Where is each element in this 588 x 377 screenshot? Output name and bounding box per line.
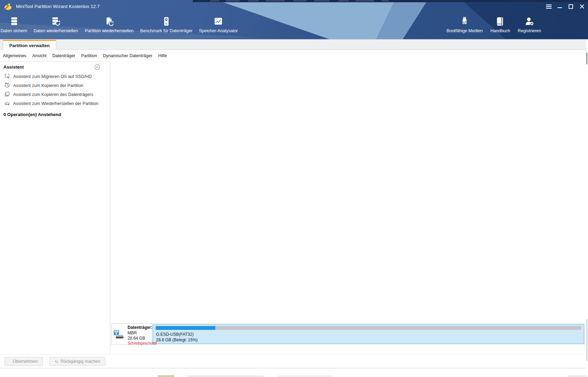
toolbar-space-analyzer-button[interactable]: Speicher-Analysator <box>199 16 238 33</box>
menu-datentraeger[interactable]: Datenträger <box>52 53 75 58</box>
window-menu-icon[interactable] <box>545 3 552 10</box>
tab-label: Partition verwalten <box>9 43 50 48</box>
toolbar-restore-data-button[interactable]: Daten wiederherstellen <box>34 16 78 33</box>
app-logo-icon <box>3 2 12 12</box>
database-backup-icon <box>9 16 19 27</box>
wizard-copy-partition[interactable]: Assistent zum Kopieren der Partition <box>4 82 83 89</box>
toolbar-label: Benchmark für Datenträger <box>140 28 193 33</box>
apply-button[interactable]: Übernehmen <box>5 357 43 366</box>
toolbar-label: Partition wiederherstellen <box>85 28 133 33</box>
partition-usage: 28.6 GB (Belegt: 15%) <box>156 337 198 342</box>
toolbar-label: Speicher-Analysator <box>199 28 238 33</box>
menu-ansicht[interactable]: Ansicht <box>32 53 46 58</box>
data-restore-icon <box>51 16 61 27</box>
usage-bar-track <box>156 326 581 330</box>
window-title: MiniTool Partition Wizard Kostenlos 12.7 <box>16 4 100 9</box>
usage-bar-fill <box>156 326 215 330</box>
disk-name: Datenträger:5 <box>128 325 155 330</box>
wizard-copy-disk[interactable]: Assistent zum Kopieren des Datenträgers <box>4 91 93 98</box>
toolbar-backup-data-button[interactable]: Daten sichern <box>0 16 27 33</box>
collapse-section-icon[interactable] <box>94 64 100 71</box>
menu-bar: Allgemeines Ansicht Datenträger Partitio… <box>0 50 588 61</box>
toolbar-disk-benchmark-button[interactable]: Benchmark für Datenträger <box>140 16 193 33</box>
toolbar-label: Daten sichern <box>0 28 27 33</box>
divider <box>0 354 588 354</box>
partition-block[interactable]: G:ESD-USB(FAT32) 28.6 GB (Belegt: 15%) <box>153 324 584 344</box>
undo-button-label: Rückgängig machen <box>61 359 100 364</box>
toolbar-label: Bootfähige Medien <box>447 28 483 33</box>
toolbar-bootable-media-button[interactable]: Bootfähige Medien <box>447 16 483 33</box>
menu-hilfe[interactable]: Hilfe <box>158 53 167 58</box>
maximize-icon[interactable] <box>568 3 574 10</box>
manual-book-icon <box>495 16 505 27</box>
tab-bar: Partition verwalten <box>0 40 588 50</box>
register-user-icon <box>524 16 535 27</box>
bootable-media-icon <box>459 16 470 27</box>
toolbar-manual-button[interactable]: Handbuch <box>491 16 510 33</box>
disk-map-row: Datenträger:5 MBR 28.64 GB Schreibgeschü… <box>111 323 585 345</box>
toolbar-register-button[interactable]: Registrieren <box>518 16 541 33</box>
close-icon[interactable] <box>579 3 585 10</box>
menu-dynamischer-datentraeger[interactable]: Dynamischer Datenträger <box>103 53 152 58</box>
wizard-label: Assistent zum Wiederherstellen der Parti… <box>13 101 98 106</box>
disk-size: 28.64 GB <box>128 336 145 341</box>
wizard-label: Assistent zum Migrieren OS auf SSD/HD <box>13 74 92 79</box>
copy-partition-icon <box>4 82 10 89</box>
migrate-os-icon <box>4 73 10 80</box>
undo-button[interactable]: Rückgängig machen <box>49 357 105 366</box>
background-window-fragment <box>587 319 587 361</box>
partition-restore-icon <box>104 16 114 27</box>
wizard-label: Assistent zum Kopieren des Datenträgers <box>13 92 93 97</box>
toolbar-label: Handbuch <box>491 28 510 33</box>
toolbar-label: Daten wiederherstellen <box>34 28 78 33</box>
wizard-restore-partition[interactable]: Assistent zum Wiederherstellen der Parti… <box>4 100 98 107</box>
app-window: MiniTool Partition Wizard Kostenlos 12.7 <box>0 0 588 377</box>
disk-benchmark-icon <box>161 16 172 27</box>
header: MiniTool Partition Wizard Kostenlos 12.7 <box>0 0 588 40</box>
action-panel: Assistent Assistent zum Migrieren OS auf… <box>0 61 110 354</box>
assistant-section-title: Assistent <box>3 64 24 70</box>
toolbar-label: Registrieren <box>518 28 541 33</box>
toolbar-restore-partition-button[interactable]: Partition wiederherstellen <box>85 16 133 33</box>
pending-operations-status: 0 Operation(en) Anstehend <box>3 112 61 117</box>
divider <box>0 368 588 368</box>
taskbar-fragment <box>0 375 588 377</box>
window-controls <box>545 3 585 10</box>
background-window-fragment <box>586 53 587 64</box>
wizard-label: Assistent zum Kopieren der Partition <box>13 83 83 88</box>
partition-label: G:ESD-USB(FAT32) <box>156 332 193 337</box>
apply-button-label: Übernehmen <box>13 359 38 364</box>
disk-readonly-status: Schreibgeschützt <box>128 341 157 345</box>
usb-disk-icon <box>113 330 124 341</box>
wizard-migrate-os[interactable]: Assistent zum Migrieren OS auf SSD/HD <box>4 73 92 80</box>
title-bar: MiniTool Partition Wizard Kostenlos 12.7 <box>0 0 588 13</box>
space-analyzer-icon <box>213 16 224 27</box>
copy-disk-icon <box>4 91 10 98</box>
menu-partition[interactable]: Partition <box>81 53 97 58</box>
disk-partition-table: MBR <box>128 331 137 335</box>
tab-partition-verwalten[interactable]: Partition verwalten <box>3 40 56 50</box>
minimize-icon[interactable] <box>556 3 563 10</box>
disk-info-block[interactable]: Datenträger:5 MBR 28.64 GB Schreibgeschü… <box>112 324 152 344</box>
menu-allgemeines[interactable]: Allgemeines <box>3 53 26 58</box>
recover-partition-icon <box>4 100 10 107</box>
